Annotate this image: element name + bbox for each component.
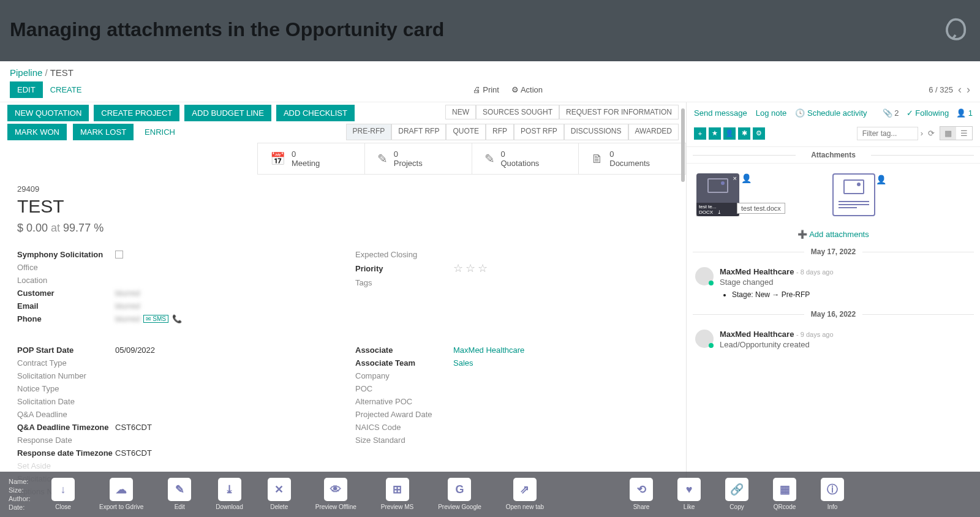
- field-row: Contract Type: [17, 357, 331, 368]
- add-attachments-button[interactable]: ➕ Add attachments: [687, 226, 980, 243]
- filter-tag-input[interactable]: [857, 127, 918, 140]
- status-bar: NEWSOURCES SOUGHTREQUEST FOR INFORMATION: [445, 105, 679, 119]
- stat-box[interactable]: 🗎0Documents: [578, 143, 686, 174]
- mark-lost-button[interactable]: MARK LOST: [73, 124, 134, 140]
- status-chip[interactable]: RFP: [486, 124, 514, 140]
- toolbar-meta-label: Name:: [9, 478, 43, 485]
- attachment-card[interactable]: × test te...DOCX ⤓ 👤: [696, 173, 739, 216]
- stat-box[interactable]: ✎0Quotations: [472, 143, 579, 174]
- toolbar-delete-button[interactable]: ✕Delete: [268, 478, 291, 508]
- schedule-activity-link[interactable]: 🕓 Schedule activity: [795, 108, 867, 118]
- chatter-message: MaxMed Healthcare - 8 days ago Stage cha…: [687, 261, 980, 305]
- toolbar-open-new-tab-button[interactable]: ⇗Open new tab: [506, 478, 544, 508]
- sms-button[interactable]: ✉ SMS: [143, 315, 168, 323]
- field-row: Response Date: [17, 434, 331, 445]
- breadcrumb-root[interactable]: Pipeline: [10, 67, 42, 78]
- field-row: Tags: [355, 277, 669, 288]
- attachment-card[interactable]: 👤: [832, 173, 875, 216]
- attachment-remove-icon[interactable]: ×: [733, 175, 737, 182]
- toolbar-qrcode-button[interactable]: ▦QRcode: [773, 478, 796, 508]
- enrich-button[interactable]: ENRICH: [140, 124, 180, 140]
- status-chip[interactable]: REQUEST FOR INFORMATION: [559, 105, 679, 119]
- field-row: Response date TimezoneCST6CDT: [17, 447, 331, 458]
- stat-boxes: 📅0Meeting✎0Projects✎0Quotations🗎0Documen…: [257, 143, 686, 175]
- chatter-add-icon[interactable]: +: [694, 127, 706, 140]
- breadcrumb: Pipeline / TEST: [0, 61, 980, 78]
- stat-box[interactable]: ✎0Projects: [364, 143, 472, 174]
- date-separator: May 17, 2022: [687, 243, 980, 261]
- field-row: Alternative POC: [355, 396, 669, 407]
- field-row: AssociateMaxMed Healthcare: [355, 344, 669, 355]
- field-row: POP Start Date05/09/2022: [17, 344, 331, 355]
- pager-text: 6 / 325: [929, 85, 953, 94]
- pager-next[interactable]: ›: [967, 83, 970, 96]
- field-row: Customerblurred: [17, 287, 331, 298]
- field-row: Size Standard: [355, 434, 669, 445]
- toolbar-info-button[interactable]: ⓘInfo: [821, 478, 844, 508]
- phone-icon[interactable]: 📞: [172, 314, 182, 323]
- status-chip[interactable]: NEW: [445, 105, 476, 119]
- chatter-user-icon[interactable]: 👤: [723, 127, 736, 140]
- mark-won-button[interactable]: MARK WON: [7, 124, 67, 140]
- date-separator: May 16, 2022: [687, 305, 980, 323]
- status-chip[interactable]: PRE-RFP: [346, 124, 392, 140]
- log-note-link[interactable]: Log note: [756, 108, 787, 118]
- new-quotation-button[interactable]: NEW QUOTATION: [7, 105, 89, 121]
- attachment-user-icon: 👤: [876, 175, 886, 184]
- toolbar-edit-button[interactable]: ✎Edit: [168, 478, 191, 508]
- following-toggle[interactable]: ✓ Following: [907, 108, 949, 118]
- field-row: Location: [17, 274, 331, 285]
- add-budget-button[interactable]: ADD BUDGET LINE: [184, 105, 271, 121]
- status-chip[interactable]: POST RFP: [514, 124, 564, 140]
- field-row: Solicitation Date: [17, 396, 331, 407]
- field-row: Q&A Deadline: [17, 409, 331, 420]
- chatter-star-icon[interactable]: ★: [709, 127, 721, 140]
- record-price: $ 0.00 at 99.77 %: [17, 222, 669, 235]
- field-row: Expected Closing: [355, 249, 669, 260]
- attachment-count[interactable]: 📎 2: [883, 108, 899, 118]
- view-list-icon[interactable]: ☰: [956, 127, 972, 140]
- toolbar-export-to-gdrive-button[interactable]: ☁Export to Gdrive: [99, 478, 143, 508]
- create-button[interactable]: CREATE: [45, 81, 87, 98]
- status-chip[interactable]: AWARDED: [628, 124, 679, 140]
- toolbar-copy-button[interactable]: 🔗Copy: [725, 478, 748, 508]
- create-project-button[interactable]: CREATE PROJECT: [94, 105, 179, 121]
- status-chip[interactable]: DRAFT RFP: [391, 124, 446, 140]
- filter-go-icon[interactable]: ›: [921, 129, 923, 138]
- field-row: Projected Award Date: [355, 409, 669, 420]
- edit-button[interactable]: EDIT: [10, 81, 43, 98]
- field-row: Phoneblurred ✉ SMS 📞: [17, 313, 331, 324]
- checkbox[interactable]: [115, 251, 123, 258]
- view-grid-icon[interactable]: ▦: [940, 127, 956, 140]
- toolbar-like-button[interactable]: ♥Like: [677, 478, 701, 508]
- toolbar-preview-offline-button[interactable]: 👁Preview Offline: [315, 478, 356, 508]
- priority-stars[interactable]: ☆☆☆: [453, 262, 490, 275]
- scrollbar[interactable]: [680, 102, 686, 508]
- toolbar-download-button[interactable]: ⤓Download: [216, 478, 243, 508]
- follower-count[interactable]: 👤 1: [956, 108, 973, 118]
- field-row: Priority☆☆☆: [355, 262, 669, 275]
- leaf-logo-icon: [941, 15, 970, 44]
- add-checklist-button[interactable]: ADD CHECKLIST: [276, 105, 355, 121]
- filter-refresh-icon[interactable]: ⟳: [928, 129, 935, 138]
- chatter-puzzle-icon[interactable]: ✱: [738, 127, 750, 140]
- field-row: Emailblurred: [17, 300, 331, 311]
- toolbar-preview-ms-button[interactable]: ⊞Preview MS: [381, 478, 413, 508]
- status-chip[interactable]: DISCUSSIONS: [564, 124, 628, 140]
- print-link[interactable]: 🖨 Print: [473, 85, 499, 94]
- status-chip[interactable]: SOURCES SOUGHT: [476, 105, 559, 119]
- chatter-gear-icon[interactable]: ⚙: [753, 127, 765, 140]
- send-message-link[interactable]: Send message: [694, 108, 747, 118]
- toolbar-share-button[interactable]: ⟲Share: [630, 478, 653, 508]
- status-chip[interactable]: QUOTE: [446, 124, 486, 140]
- action-link[interactable]: ⚙ Action: [511, 85, 543, 94]
- toolbar-close-button[interactable]: ↓Close: [51, 478, 75, 508]
- attachment-toolbar: Name:Size:Author:Date: ↓Close☁Export to …: [0, 472, 980, 508]
- stat-box[interactable]: 📅0Meeting: [257, 143, 364, 174]
- record-title: TEST: [17, 196, 669, 217]
- toolbar-preview-google-button[interactable]: GPreview Google: [438, 478, 481, 508]
- toolbar-meta-label: Date:: [9, 504, 43, 508]
- pager-prev[interactable]: ‹: [958, 83, 962, 96]
- attachments-header: Attachments: [687, 146, 980, 164]
- breadcrumb-sep: /: [45, 67, 48, 78]
